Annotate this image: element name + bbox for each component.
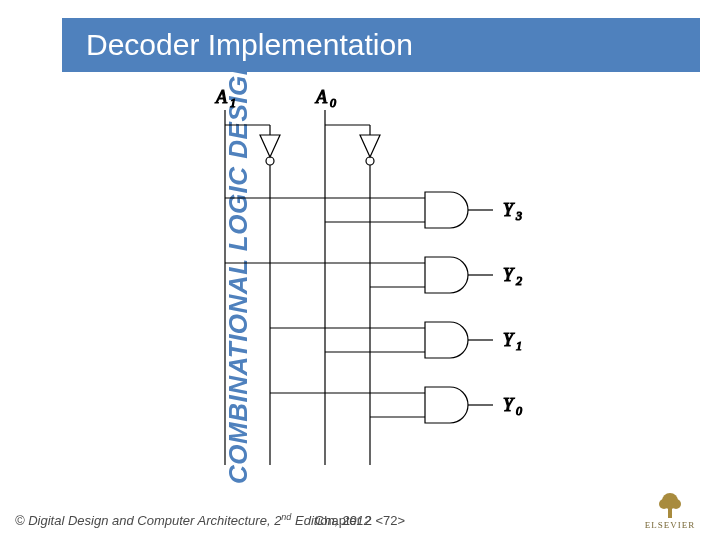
label-a1: A: [215, 87, 228, 107]
label-a0-sub: 0: [330, 96, 336, 110]
decoder-svg: A 1 A 0: [175, 85, 555, 485]
copyright-prefix: ©: [15, 513, 28, 528]
label-y3-sub: 3: [515, 209, 522, 223]
book-title: Digital Design and Computer Architecture: [28, 513, 267, 528]
svg-point-19: [671, 499, 681, 509]
publisher-name: ELSEVIER: [635, 520, 705, 530]
label-y1: Y: [503, 330, 515, 350]
slide-title-bar: Decoder Implementation: [62, 18, 700, 72]
edition-suffix: nd: [281, 512, 291, 522]
label-y2-sub: 2: [516, 274, 522, 288]
label-y1-sub: 1: [516, 339, 522, 353]
label-y0: Y: [503, 395, 515, 415]
and-gate-y3: [225, 192, 493, 228]
slide-title: Decoder Implementation: [86, 28, 413, 62]
label-a0: A: [315, 87, 328, 107]
and-gate-y1: [270, 322, 493, 358]
and-gate-y2: [225, 257, 493, 293]
inverter-a1: [260, 125, 280, 465]
and-gate-y0: [270, 387, 493, 423]
label-y3: Y: [503, 200, 515, 220]
label-y0-sub: 0: [516, 404, 522, 418]
chapter-indicator: Chapter 2 <72>: [315, 513, 405, 528]
tree-icon: [657, 490, 683, 520]
label-a1-sub: 1: [230, 96, 236, 110]
footer: © Digital Design and Computer Architectu…: [15, 506, 705, 530]
svg-point-18: [659, 499, 669, 509]
label-y2: Y: [503, 265, 515, 285]
decoder-diagram: A 1 A 0: [175, 85, 555, 485]
publisher-logo: ELSEVIER: [635, 490, 705, 530]
inverter-a0: [360, 125, 380, 465]
svg-rect-16: [668, 508, 672, 518]
